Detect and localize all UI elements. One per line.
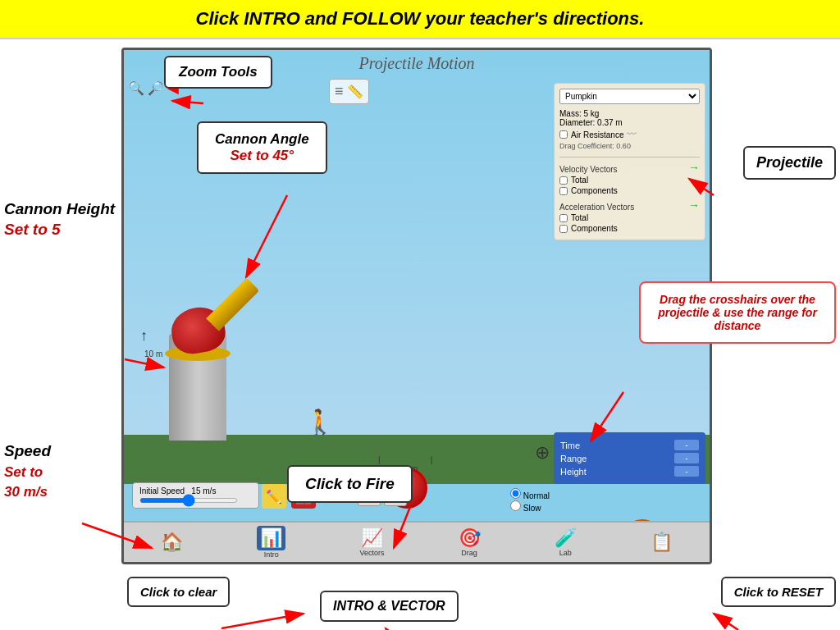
cannon-angle-callout: Cannon Angle Set to 45° [197, 121, 327, 174]
total-accel-checkbox[interactable] [559, 214, 568, 222]
home-icon: 🏠 [161, 532, 183, 553]
components-accel-row: Components [559, 224, 700, 233]
diameter-label: Diameter: 0.37 m [559, 118, 700, 127]
sim-title: Projectile Motion [359, 54, 475, 73]
drag-crosshairs-callout: Drag the crosshairs over the projectile … [639, 281, 836, 344]
speed-radio: Normal Slow [510, 488, 550, 513]
header-banner: Click INTRO and FOLLOW your teacher's di… [0, 0, 840, 39]
zoom-tools-callout: Zoom Tools [164, 56, 272, 89]
height-value: 10 m [144, 349, 162, 358]
click-to-fire-callout: Click to Fire [287, 465, 413, 503]
intro-vector-callout: INTRO & VECTOR [320, 591, 459, 622]
main-content: Cannon Height Set to 5 Speed Set to30 m/… [0, 39, 840, 630]
intro-icon: 📊 [257, 526, 285, 550]
components-velocity-row: Components [559, 186, 700, 195]
click-to-clear-callout: Click to clear [127, 577, 230, 607]
velocity-arrow: → [688, 161, 700, 174]
air-resistance-checkbox[interactable] [559, 130, 568, 139]
person-figure: 🚶 [304, 408, 335, 436]
components-accel-label: Components [571, 224, 618, 233]
time-value: - [674, 440, 699, 450]
accel-vectors-label: Acceleration Vectors [559, 203, 634, 212]
projectile-callout: Projectile [743, 146, 836, 180]
total-velocity-checkbox[interactable] [559, 176, 568, 185]
accel-arrow: → [688, 199, 700, 212]
time-label: Time [560, 441, 580, 450]
total-accel-row: Total [559, 213, 700, 222]
sim-right-panel: Pumpkin Mass: 5 kg Diameter: 0.37 m Air … [554, 83, 705, 240]
intro-label: Intro [264, 550, 279, 559]
more-icon: 📋 [651, 532, 673, 553]
components-velocity-checkbox[interactable] [559, 187, 568, 195]
velocity-vectors-label: Velocity Vectors [559, 165, 618, 174]
nav-drag[interactable]: 🎯 Drag [459, 527, 481, 557]
components-velocity-label: Components [571, 186, 618, 195]
click-to-reset-callout: Click to RESET [721, 577, 836, 607]
nav-more[interactable]: 📋 [651, 532, 673, 553]
total-velocity-label: Total [571, 176, 588, 185]
time-row: Time - [560, 440, 699, 450]
projectile-select[interactable]: Pumpkin [559, 89, 700, 104]
nav-vectors[interactable]: 📈 Vectors [359, 527, 384, 557]
nav-lab[interactable]: 🧪 Lab [555, 527, 577, 557]
vectors-nav-icon: 📈 [361, 527, 383, 549]
zoom-in-icon[interactable]: 🔎 [148, 80, 164, 96]
sim-nav-bar: 🏠 📊 Intro 📈 Vectors 🎯 Drag 🧪 Lab 📋 [124, 521, 710, 562]
height-row: Height - [560, 466, 699, 477]
cannon-height-label: Cannon Height Set to 5 [4, 199, 115, 240]
speed-label: Speed Set to30 m/s [4, 441, 51, 502]
pencil-icon[interactable]: ✏️ [262, 484, 286, 509]
range-value: - [674, 453, 699, 463]
speed-slider[interactable] [139, 498, 238, 503]
total-accel-label: Total [571, 213, 588, 222]
height-value: - [674, 466, 699, 477]
vectors-section: Velocity Vectors → Total Components Acce… [559, 157, 700, 233]
lab-label: Lab [559, 549, 572, 557]
components-accel-checkbox[interactable] [559, 225, 568, 233]
mass-label: Mass: 5 kg [559, 109, 700, 118]
svg-line-7 [221, 614, 304, 628]
projectile-dropdown: Pumpkin [559, 89, 700, 104]
lab-icon: 🧪 [555, 527, 577, 549]
normal-speed-radio[interactable] [510, 488, 521, 499]
total-velocity-row: Total [559, 176, 700, 185]
drag-coeff-label: Drag Coefficient: 0.60 [559, 142, 700, 150]
zoom-out-icon[interactable]: 🔍 [128, 80, 144, 96]
crosshair-icon[interactable]: ⊕ [535, 442, 550, 463]
sim-mid-toolbar: ≡ 📏 [329, 79, 369, 104]
air-resistance-row: Air Resistance 〰 [559, 129, 700, 140]
air-icon: 〰 [627, 129, 637, 140]
vectors-icon[interactable]: ≡ [335, 83, 344, 100]
drag-icon: 🎯 [459, 527, 481, 549]
air-resistance-label: Air Resistance [571, 130, 623, 139]
speed-control: Initial Speed 15 m/s [132, 482, 259, 509]
svg-line-9 [714, 614, 738, 630]
range-label: Range [560, 454, 587, 463]
slow-speed-radio[interactable] [510, 500, 521, 511]
range-row: Range - [560, 453, 699, 463]
tape-icon[interactable]: 📏 [347, 84, 363, 99]
sim-data-panel: Time - Range - Height - [554, 432, 705, 484]
nav-home[interactable]: 🏠 [161, 532, 183, 553]
vectors-label: Vectors [359, 549, 384, 557]
nav-intro[interactable]: 📊 Intro [257, 526, 285, 559]
drag-label: Drag [461, 549, 477, 557]
height-label: Height [560, 467, 587, 477]
height-arrow: ↑ [140, 327, 148, 345]
